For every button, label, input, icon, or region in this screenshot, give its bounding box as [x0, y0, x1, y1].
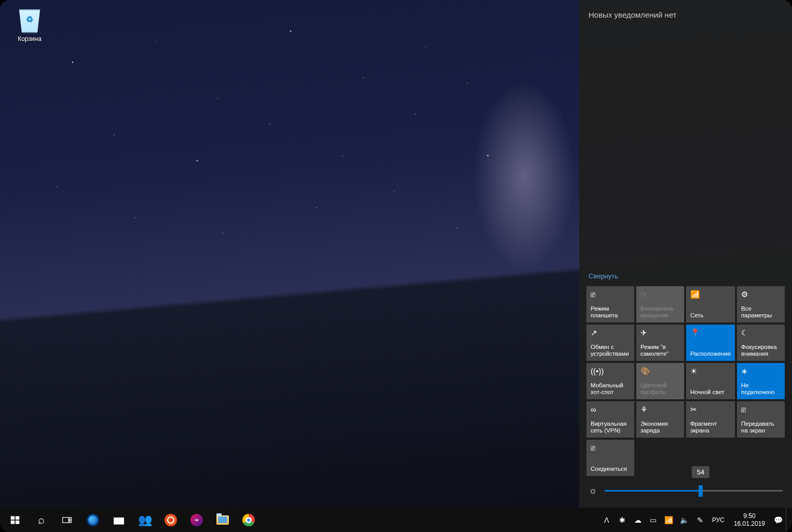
creative-cloud-button[interactable]: ∞: [184, 508, 210, 532]
nearby-sharing-icon: ↗: [591, 328, 630, 338]
tile-vpn[interactable]: ∞Виртуальная сеть (VPN): [586, 401, 634, 438]
tile-all-settings[interactable]: ⚙Все параметры: [737, 286, 785, 323]
network-icon: 📶: [690, 290, 731, 299]
start-button[interactable]: [2, 508, 28, 532]
svg-rect-2: [11, 520, 15, 524]
tile-label: Режим планшета: [591, 305, 630, 319]
brightness-row: ☼ 54: [586, 476, 785, 500]
night-light-icon: ☀: [690, 367, 731, 376]
file-explorer-button[interactable]: [210, 508, 236, 532]
action-center-button[interactable]: 💬: [770, 508, 786, 532]
tile-rotation-lock: ⟳Блокировка вращения: [636, 286, 684, 323]
svg-rect-0: [11, 516, 15, 520]
screen-snip-icon: ✂: [690, 405, 731, 414]
recycle-bin-label: Корзина: [18, 35, 42, 43]
tile-label: Сеть: [690, 312, 731, 319]
tile-night-light[interactable]: ☀Ночной свет: [686, 363, 735, 399]
tablet-mode-icon: ⎚: [591, 290, 630, 299]
mobile-hotspot-icon: ((•)): [591, 367, 630, 376]
tile-screen-snip[interactable]: ✂Фрагмент экрана: [686, 401, 735, 438]
tile-nearby-sharing[interactable]: ↗Обмен с устройствами: [586, 325, 634, 361]
tray-date: 16.01.2019: [734, 520, 765, 528]
ubuntu-button[interactable]: [158, 508, 184, 532]
tile-battery-saver[interactable]: ⚘Экономия заряда: [636, 401, 684, 438]
tray-time: 9:50: [743, 512, 755, 520]
focus-assist-icon: ☾: [741, 328, 781, 338]
tile-connect[interactable]: ⎚Соединиться: [586, 440, 634, 476]
tile-label: Все параметры: [741, 305, 781, 319]
tile-label: Экономия заряда: [640, 421, 680, 435]
tray-onedrive-icon[interactable]: ☁: [630, 508, 646, 532]
quick-action-tiles: ⎚Режим планшета⟳Блокировка вращения📶Сеть…: [586, 286, 785, 476]
people-button[interactable]: 👥: [132, 508, 158, 532]
taskbar: ⌕👥∞ ᐱ ✱☁▭📶🔈✎ РУС 9:50 16.01.2019 💬: [0, 508, 792, 532]
tray-wifi-icon[interactable]: 📶: [661, 508, 677, 532]
tile-airplane-mode[interactable]: ✈Режим "в самолете": [636, 325, 684, 361]
tile-focus-assist[interactable]: ☾Фокусировка внимания: [737, 325, 785, 361]
tray-pen-icon[interactable]: ✎: [692, 508, 708, 532]
svg-rect-6: [70, 520, 71, 522]
tile-label: Виртуальная сеть (VPN): [591, 421, 630, 435]
store-button[interactable]: [106, 508, 132, 532]
rotation-lock-icon: ⟳: [640, 290, 680, 299]
tile-label: Блокировка вращения: [640, 305, 680, 319]
svg-rect-4: [63, 517, 69, 523]
action-center-panel: Новых уведомлений нет Свернуть ⎚Режим пл…: [579, 0, 792, 508]
color-profile-icon: 🎨: [640, 367, 680, 376]
tile-tablet-mode[interactable]: ⎚Режим планшета: [586, 286, 634, 323]
tile-bluetooth[interactable]: ∗Не подключено: [737, 363, 785, 399]
tray-settings-menu-icon[interactable]: ✱: [615, 508, 630, 532]
brightness-slider[interactable]: 54: [605, 490, 783, 492]
tile-label: Соединиться: [591, 466, 630, 473]
connect-icon: ⎚: [591, 443, 630, 453]
collapse-link[interactable]: Свернуть: [586, 270, 785, 282]
battery-saver-icon: ⚘: [640, 405, 680, 414]
tile-color-profile: 🎨Цветовой профиль: [636, 363, 684, 399]
action-center-header: Новых уведомлений нет: [586, 10, 785, 19]
taskview-button[interactable]: [54, 508, 80, 532]
all-settings-icon: ⚙: [741, 290, 781, 299]
bluetooth-icon: ∗: [741, 367, 781, 376]
svg-rect-3: [16, 520, 20, 524]
chrome-button[interactable]: [236, 508, 262, 532]
search-button[interactable]: ⌕: [28, 508, 54, 532]
tile-label: Фрагмент экрана: [690, 421, 731, 435]
tile-location[interactable]: 📍Расположение: [686, 325, 735, 361]
show-desktop-button[interactable]: [786, 508, 790, 532]
tile-label: Обмен с устройствами: [591, 344, 630, 358]
input-language[interactable]: РУС: [708, 508, 729, 532]
svg-rect-1: [16, 516, 20, 520]
tile-mobile-hotspot[interactable]: ((•))Мобильный хот-спот: [586, 363, 634, 399]
tile-label: Фокусировка внимания: [741, 344, 781, 358]
brightness-value: 54: [692, 466, 709, 478]
project-icon: ⎚: [741, 405, 781, 414]
tile-label: Мобильный хот-спот: [591, 382, 630, 396]
tray-battery-icon[interactable]: ▭: [646, 508, 661, 532]
tile-network[interactable]: 📶Сеть: [686, 286, 735, 323]
tray-volume-icon[interactable]: 🔈: [677, 508, 692, 532]
tile-label: Передавать на экран: [741, 421, 781, 435]
tile-label: Не подключено: [741, 382, 781, 396]
svg-rect-5: [70, 517, 71, 520]
tray-clock[interactable]: 9:50 16.01.2019: [729, 512, 770, 528]
tile-label: Расположение: [690, 351, 731, 358]
location-icon: 📍: [690, 328, 731, 338]
tile-label: Ночной свет: [690, 389, 731, 396]
brightness-icon: ☼: [589, 485, 597, 496]
airplane-mode-icon: ✈: [640, 328, 680, 338]
edge-button[interactable]: [80, 508, 106, 532]
recycle-bin-icon[interactable]: ♻ Корзина: [9, 9, 50, 43]
tile-label: Режим "в самолете": [640, 344, 680, 358]
tile-project[interactable]: ⎚Передавать на экран: [737, 401, 785, 438]
vpn-icon: ∞: [591, 405, 630, 414]
tray-overflow-button[interactable]: ᐱ: [599, 508, 615, 532]
tile-label: Цветовой профиль: [640, 382, 680, 396]
